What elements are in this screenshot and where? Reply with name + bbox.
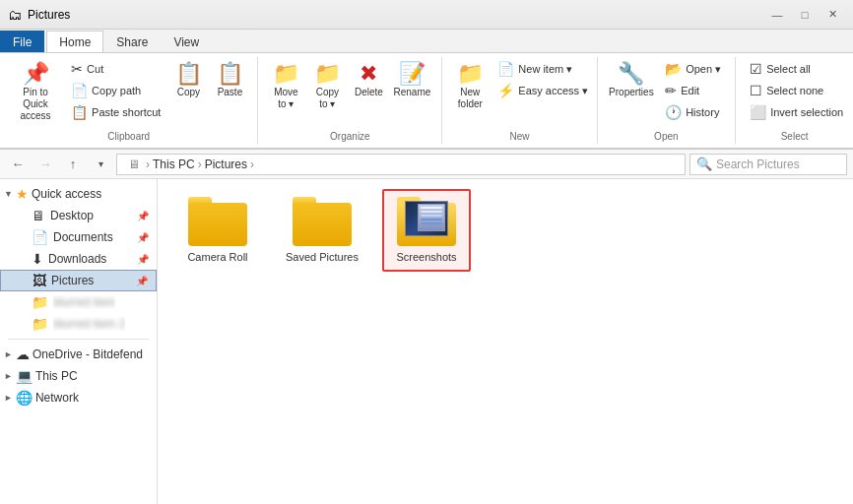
downloads-icon: ⬇ — [32, 251, 43, 267]
new-group: 📁 Newfolder 📄 New item ▾ ⚡ Easy access ▾… — [442, 57, 597, 144]
tab-share[interactable]: Share — [103, 31, 161, 52]
main-area: ▼ ★ Quick access 🖥 Desktop 📌 📄 Documents… — [0, 179, 853, 504]
camera-roll-label: Camera Roll — [187, 250, 247, 264]
tab-file[interactable]: File — [0, 31, 44, 52]
ribbon: 📌 Pin to Quickaccess ✂ Cut 📄 Copy path 📋… — [0, 53, 853, 150]
open-button[interactable]: 📂 Open ▾ — [659, 59, 727, 79]
open-icon: 📂 — [665, 61, 682, 77]
folder-blurred2-icon: 📁 — [32, 316, 48, 332]
paste-button[interactable]: 📋 Paste — [210, 59, 249, 102]
close-button[interactable]: ✕ — [820, 5, 845, 25]
sidebar: ▼ ★ Quick access 🖥 Desktop 📌 📄 Documents… — [0, 179, 158, 504]
open-buttons: 🔧 Properties 📂 Open ▾ ✏ Edit 🕐 History — [606, 59, 728, 126]
file-area: Camera Roll Saved Pictures — [158, 179, 853, 504]
copy-path-button[interactable]: 📄 Copy path — [65, 81, 166, 100]
history-button[interactable]: 🕐 History — [659, 102, 727, 122]
ribbon-tabs: File Home Share View — [0, 30, 853, 53]
select-all-button[interactable]: ☑ Select all — [744, 59, 849, 79]
paste-icon: 📋 — [217, 63, 243, 85]
search-placeholder: Search Pictures — [716, 158, 800, 171]
network-expander[interactable]: ► 🌐 Network — [0, 387, 157, 409]
rename-button[interactable]: 📝 Rename — [390, 59, 433, 102]
title-bar-title: Pictures — [28, 8, 70, 22]
address-path[interactable]: 🖥 › This PC › Pictures › — [116, 154, 686, 175]
new-folder-button[interactable]: 📁 Newfolder — [450, 59, 490, 114]
screenshots-label: Screenshots — [396, 250, 456, 264]
organize-label: Organize — [266, 128, 433, 142]
network-icon: 🌐 — [16, 390, 33, 406]
select-none-icon: ☐ — [750, 83, 762, 98]
camera-roll-folder-icon — [188, 197, 247, 246]
new-buttons: 📁 Newfolder 📄 New item ▾ ⚡ Easy access ▾ — [450, 59, 588, 126]
move-icon: 📁 — [273, 63, 299, 85]
open-label: Open — [606, 128, 728, 142]
path-thispc: This PC — [153, 158, 195, 171]
back-button[interactable]: ← — [6, 154, 30, 175]
select-label: Select — [744, 128, 845, 142]
recent-button[interactable]: ▾ — [89, 154, 112, 175]
tab-view[interactable]: View — [161, 31, 212, 52]
maximize-button[interactable]: □ — [792, 5, 818, 25]
select-all-icon: ☑ — [750, 61, 762, 77]
cut-button[interactable]: ✂ Cut — [65, 59, 166, 79]
pictures-icon: 🖼 — [33, 273, 46, 288]
sidebar-item-documents[interactable]: 📄 Documents 📌 — [0, 226, 157, 248]
select-none-button[interactable]: ☐ Select none — [744, 81, 849, 100]
quick-access-expander[interactable]: ▼ ★ Quick access — [0, 183, 157, 205]
saved-pictures-label: Saved Pictures — [286, 250, 359, 264]
properties-icon: 🔧 — [618, 63, 644, 85]
history-icon: 🕐 — [665, 104, 682, 120]
properties-button[interactable]: 🔧 Properties — [606, 59, 658, 102]
file-item-camera-roll[interactable]: Camera Roll — [173, 189, 262, 272]
copy-path-icon: 📄 — [71, 83, 88, 98]
title-bar-icon: 🗂 — [8, 7, 22, 23]
search-box[interactable]: 🔍 Search Pictures — [689, 154, 847, 175]
sidebar-item-downloads[interactable]: ⬇ Downloads 📌 — [0, 248, 157, 270]
invert-selection-button[interactable]: ⬜ Invert selection — [744, 102, 849, 122]
select-buttons: ☑ Select all ☐ Select none ⬜ Invert sele… — [744, 59, 845, 126]
copy-to-button[interactable]: 📁 Copyto ▾ — [307, 59, 347, 114]
window-controls: — □ ✕ — [764, 5, 845, 25]
sidebar-item-blurred2[interactable]: 📁 blurred item 2 — [0, 313, 157, 335]
rename-icon: 📝 — [399, 63, 426, 85]
thispc-icon: 💻 — [16, 368, 33, 384]
forward-button[interactable]: → — [33, 154, 57, 175]
screenshots-folder-icon — [397, 197, 456, 246]
file-item-saved-pictures[interactable]: Saved Pictures — [278, 189, 366, 272]
expand-arrow: ▼ — [4, 189, 13, 199]
minimize-button[interactable]: — — [764, 5, 790, 25]
new-item-button[interactable]: 📄 New item ▾ — [492, 59, 594, 79]
select-group: ☑ Select all ☐ Select none ⬜ Invert sele… — [736, 57, 853, 144]
tab-home[interactable]: Home — [46, 31, 103, 52]
title-bar: 🗂 Pictures — □ ✕ — [0, 0, 853, 30]
easy-access-button[interactable]: ⚡ Easy access ▾ — [492, 81, 594, 100]
quick-access-star-icon: ★ — [16, 186, 29, 202]
thispc-arrow: ► — [4, 371, 13, 381]
easy-access-icon: ⚡ — [497, 83, 514, 98]
clipboard-group: 📌 Pin to Quickaccess ✂ Cut 📄 Copy path 📋… — [0, 57, 258, 144]
saved-pictures-folder-icon — [293, 197, 352, 246]
file-item-screenshots[interactable]: Screenshots — [382, 189, 471, 272]
quick-access-label: Quick access — [32, 187, 101, 201]
cut-icon: ✂ — [71, 61, 83, 77]
copy-button[interactable]: 📋 Copy — [168, 59, 208, 102]
pin-button[interactable]: 📌 Pin to Quickaccess — [8, 59, 63, 126]
pin-indicator-2: 📌 — [137, 232, 149, 243]
clipboard-label: Clipboard — [8, 128, 249, 142]
open-group: 🔧 Properties 📂 Open ▾ ✏ Edit 🕐 History O… — [598, 57, 737, 144]
onedrive-expander[interactable]: ► ☁ OneDrive - Bitdefend — [0, 344, 157, 365]
pin-indicator-4: 📌 — [136, 276, 148, 286]
thispc-expander[interactable]: ► 💻 This PC — [0, 365, 157, 387]
sidebar-item-desktop[interactable]: 🖥 Desktop 📌 — [0, 205, 157, 226]
edit-button[interactable]: ✏ Edit — [659, 81, 727, 100]
edit-icon: ✏ — [665, 83, 677, 98]
delete-icon: ✖ — [360, 63, 377, 85]
file-grid: Camera Roll Saved Pictures — [173, 189, 837, 272]
paste-shortcut-button[interactable]: 📋 Paste shortcut — [65, 102, 166, 122]
sidebar-item-blurred1[interactable]: 📁 blurred item — [0, 291, 157, 313]
move-to-button[interactable]: 📁 Moveto ▾ — [266, 59, 305, 114]
sidebar-item-pictures[interactable]: 🖼 Pictures 📌 — [0, 270, 157, 291]
up-button[interactable]: ↑ — [61, 154, 85, 175]
desktop-icon: 🖥 — [32, 208, 45, 223]
delete-button[interactable]: ✖ Delete — [349, 59, 388, 102]
